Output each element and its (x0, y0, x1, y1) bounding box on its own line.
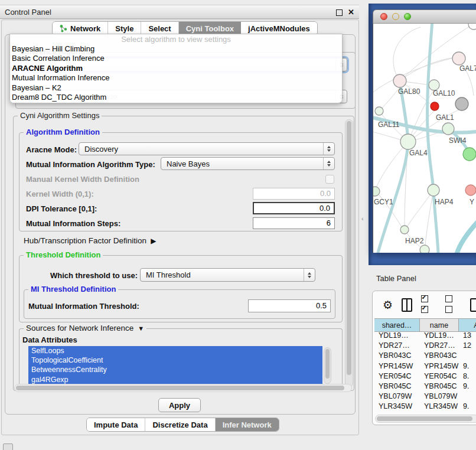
settings-scrollbar[interactable] (345, 119, 353, 387)
data-attribute-item[interactable]: BetweennessCentrality (28, 365, 322, 374)
network-node[interactable] (375, 107, 383, 115)
network-view[interactable]: GAL7GAL80GAL10GAL11GAL1SWI4GAL4GCY1HAP4Y… (373, 24, 476, 253)
tab-infer-network[interactable]: Infer Network (216, 418, 279, 431)
mini-window-icon[interactable] (3, 444, 13, 450)
data-attribute-item[interactable]: TopologicalCoefficient (28, 356, 322, 365)
table-cell: 8. (459, 371, 476, 381)
table-cell: 9. (459, 402, 476, 412)
network-node[interactable] (373, 187, 380, 196)
aracne-mode-combo[interactable]: Discovery (79, 142, 335, 155)
mi-threshold-label: Mutual Information Threshold: (28, 302, 139, 311)
table-toolbar: ⚙ (373, 291, 476, 318)
tab-select[interactable]: Select (141, 22, 178, 35)
table-row[interactable]: YLR345WYLR345W9. (374, 402, 476, 412)
table-row[interactable]: YBL079WYBL079W (374, 392, 476, 402)
sources-group-title[interactable]: Sources for Network Inference ▼ (24, 324, 146, 332)
float-window-icon[interactable] (336, 9, 343, 16)
network-window: GAL7GAL80GAL10GAL11GAL1SWI4GAL4GCY1HAP4Y… (373, 9, 476, 253)
dropdown-item[interactable]: Mutual Information Inference (10, 73, 342, 83)
mi-type-combo[interactable]: Naive Bayes (161, 157, 335, 170)
dropdown-item[interactable]: ARACNE Algorithm (10, 64, 342, 73)
data-attribute-item[interactable]: SelfLoops (28, 346, 322, 356)
dpi-tolerance-field[interactable]: 0.0 (253, 202, 335, 214)
network-node[interactable] (400, 226, 409, 234)
network-window-titlebar (373, 9, 476, 24)
settings-hscrollbar[interactable] (14, 384, 352, 392)
kernel-width-label: Kernel Width (0,1): (26, 190, 94, 198)
chevron-down-icon: ▼ (136, 325, 144, 332)
table-panel-titlebar: Table Panel (359, 270, 476, 286)
table-row[interactable]: YPR145WYPR145W9. (374, 361, 476, 371)
table-column-header[interactable]: name (420, 319, 459, 331)
network-icon (60, 24, 67, 32)
kernel-width-field[interactable]: 0.0 (253, 188, 335, 200)
table-cell (459, 351, 476, 361)
table-hscrollbar[interactable] (375, 415, 476, 423)
network-node-label: Y (470, 198, 474, 206)
network-node[interactable] (431, 102, 439, 110)
attr-list-scrollbar[interactable] (324, 347, 331, 384)
network-node[interactable] (463, 148, 476, 161)
table-column-header[interactable]: shared… (374, 319, 420, 331)
table-cell: 13 (459, 331, 476, 341)
apply-button[interactable]: Apply (158, 398, 201, 412)
close-traffic-icon[interactable] (380, 13, 387, 20)
table-row[interactable]: YBR045CYBR045C9. (374, 381, 476, 392)
select-all-icon[interactable] (421, 294, 437, 315)
minimize-traffic-icon[interactable] (392, 13, 399, 20)
data-attributes-label: Data Attributes (22, 335, 77, 344)
network-node[interactable] (468, 24, 476, 30)
algorithm-definition-title: Algorithm Definition (24, 128, 102, 136)
dropdown-item[interactable]: Basic Correlation Inference (10, 54, 342, 63)
table-cell: YPR145W (420, 361, 459, 371)
table-row[interactable]: YIL052CYIL052C9 (374, 412, 476, 415)
gear-icon[interactable]: ⚙ (383, 299, 393, 311)
zoom-traffic-icon[interactable] (404, 13, 411, 20)
data-attribute-item[interactable]: gal4RGexp (28, 375, 322, 384)
tab-discretize-data[interactable]: Discretize Data (145, 418, 215, 431)
network-node[interactable] (455, 97, 468, 110)
network-node[interactable] (452, 52, 465, 65)
panel-divider-handle[interactable]: ‹ (361, 215, 367, 223)
table-body: YDL19…YDL19…13YDR27…YDR27…12YBR043CYBR04… (374, 331, 476, 414)
tab-cyni-toolbox[interactable]: Cyni Toolbox (179, 22, 241, 35)
tab-style[interactable]: Style (108, 22, 141, 35)
table-column-header[interactable]: A (459, 319, 476, 331)
dropdown-item[interactable]: Bayesian – K2 (10, 83, 342, 93)
network-node[interactable] (400, 134, 416, 149)
network-node[interactable] (393, 74, 406, 87)
dropdown-item[interactable]: Dream8 DC_TDC Algorithm (10, 93, 342, 102)
network-graph: GAL7GAL80GAL10GAL11GAL1SWI4GAL4GCY1HAP4Y… (373, 24, 476, 253)
combo-arrows-icon (323, 143, 334, 155)
table-row[interactable]: YDL19…YDL19…13 (374, 331, 476, 341)
close-icon[interactable]: ✕ (348, 8, 354, 17)
tab-jactivemnodules[interactable]: jActiveMNodules (241, 22, 317, 35)
table-cell: YBR043C (420, 351, 459, 361)
network-node[interactable] (442, 123, 454, 135)
columns-icon[interactable] (402, 298, 412, 312)
network-node-label: GAL11 (378, 120, 400, 129)
export-table-icon[interactable] (470, 298, 476, 312)
network-node[interactable] (465, 185, 476, 195)
table-cell: YDR27… (374, 341, 420, 351)
hub-definition-toggle[interactable]: Hub/Transcription Factor Definition ▶ (24, 236, 156, 245)
table-row[interactable]: YBR043CYBR043C (374, 351, 476, 361)
deselect-all-icon[interactable] (445, 294, 461, 315)
dropdown-item-list: Bayesian – Hill ClimbingBasic Correlatio… (10, 44, 342, 102)
table-cell: YBL079W (374, 392, 420, 402)
network-node[interactable] (428, 184, 439, 196)
data-attributes-list[interactable]: SelfLoopsTopologicalCoefficientBetweenne… (28, 346, 322, 384)
network-node[interactable] (420, 245, 429, 253)
table-row[interactable]: YER054CYER054C8. (374, 371, 476, 381)
tab-impute-data[interactable]: Impute Data (87, 418, 145, 431)
mi-threshold-field[interactable]: 0.5 (248, 299, 331, 312)
table-row[interactable]: YDR27…YDR27…12 (374, 341, 476, 351)
which-threshold-combo[interactable]: MI Threshold (140, 268, 315, 282)
table-cell: 9. (459, 361, 476, 371)
dropdown-item[interactable]: Bayesian – Hill Climbing (10, 44, 342, 54)
tab-network[interactable]: Network (53, 22, 108, 35)
manual-kernel-checkbox[interactable] (325, 175, 334, 184)
table-cell: YDR27… (420, 341, 459, 351)
mi-steps-field[interactable]: 6 (253, 217, 335, 229)
table-cell: YLR345W (420, 402, 459, 412)
